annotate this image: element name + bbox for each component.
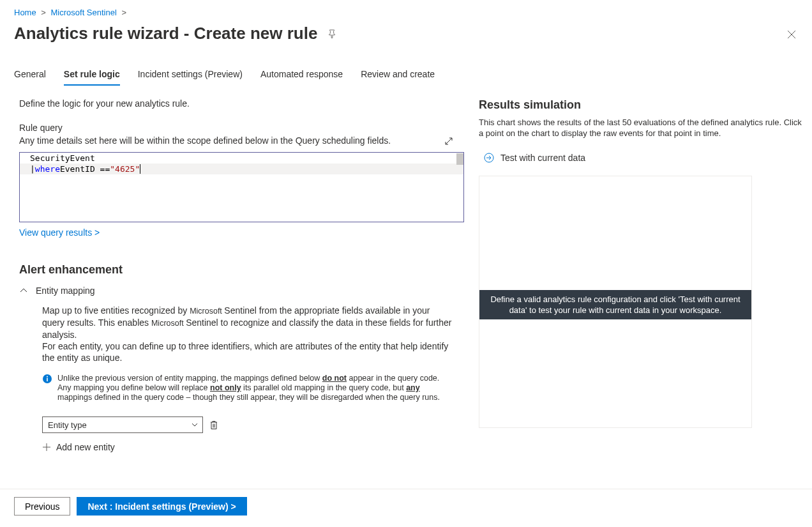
tab-incident-settings[interactable]: Incident settings (Preview) [138, 64, 243, 86]
next-button[interactable]: Next : Incident settings (Preview) > [77, 497, 246, 516]
expand-icon[interactable] [444, 137, 453, 146]
info-icon [42, 374, 54, 402]
breadcrumb-sentinel[interactable]: Microsoft Sentinel [51, 8, 117, 17]
breadcrumb: Home > Microsoft Sentinel > [0, 0, 812, 22]
entity-mapping-toggle[interactable]: Entity mapping [19, 286, 453, 296]
code-l2-kw: where [35, 164, 60, 174]
breadcrumb-sep: > [41, 8, 46, 17]
tab-review-create[interactable]: Review and create [361, 64, 435, 86]
add-entity-button[interactable]: Add new entity [42, 442, 453, 452]
left-column: Define the logic for your new analytics … [19, 98, 472, 498]
query-code-editor[interactable]: SecurityEvent | where EventID == "4625" [19, 152, 464, 222]
svg-point-2 [47, 376, 48, 378]
chevron-down-icon [191, 421, 199, 429]
content: Define the logic for your new analytics … [0, 86, 812, 498]
code-l2-mid: EventID == [60, 164, 110, 174]
results-sim-title: Results simulation [479, 98, 804, 112]
arrow-circle-icon [484, 153, 494, 163]
entity-type-row: Entity type [42, 416, 453, 433]
svg-rect-1 [47, 378, 48, 382]
title-row: Analytics rule wizard - Create new rule [0, 22, 812, 50]
rule-query-label: Rule query [19, 123, 453, 133]
editor-scrollbar[interactable] [456, 153, 463, 222]
trash-icon[interactable] [209, 420, 218, 430]
close-icon[interactable] [784, 27, 799, 42]
code-l1: SecurityEvent [30, 153, 95, 164]
tab-general[interactable]: General [14, 64, 46, 86]
test-btn-label: Test with current data [500, 153, 585, 163]
plus-icon [42, 443, 51, 452]
previous-button[interactable]: Previous [14, 497, 70, 516]
entity-mapping-label: Entity mapping [36, 286, 95, 296]
text-cursor [140, 164, 140, 174]
entity-type-select[interactable]: Entity type [42, 416, 203, 433]
code-l2-pipe: | [30, 164, 35, 174]
code-l2-str: "4625" [110, 164, 140, 174]
rule-query-help: Any time details set here will be within… [19, 135, 453, 146]
breadcrumb-sep: > [121, 8, 126, 17]
view-query-results-link[interactable]: View query results > [19, 227, 100, 238]
query-editor-wrap: SecurityEvent | where EventID == "4625" [19, 152, 453, 222]
results-chart-panel: Define a valid analytics rule configurat… [479, 176, 752, 428]
tabs: General Set rule logic Incident settings… [0, 50, 812, 86]
entity-mapping-info: Unlike the previous version of entity ma… [42, 374, 453, 402]
tab-automated-response[interactable]: Automated response [260, 64, 343, 86]
page-title: Analytics rule wizard - Create new rule [14, 24, 317, 43]
results-sim-desc: This chart shows the results of the last… [479, 117, 804, 139]
results-chart-overlay: Define a valid analytics rule configurat… [479, 290, 751, 319]
test-with-current-data-button[interactable]: Test with current data [484, 153, 804, 163]
entity-mapping-desc: Map up to five entities recognized by Mi… [42, 305, 453, 363]
breadcrumb-home[interactable]: Home [14, 8, 36, 17]
intro-text: Define the logic for your new analytics … [19, 98, 453, 109]
pin-icon[interactable] [327, 29, 336, 38]
footer: Previous Next : Incident settings (Previ… [0, 489, 812, 527]
entity-type-placeholder: Entity type [48, 420, 87, 430]
alert-enhancement-heading: Alert enhancement [19, 263, 453, 277]
right-column: Results simulation This chart shows the … [472, 98, 804, 498]
add-entity-label: Add new entity [56, 442, 115, 452]
chevron-up-icon [19, 286, 28, 295]
tab-set-rule-logic[interactable]: Set rule logic [64, 64, 120, 86]
